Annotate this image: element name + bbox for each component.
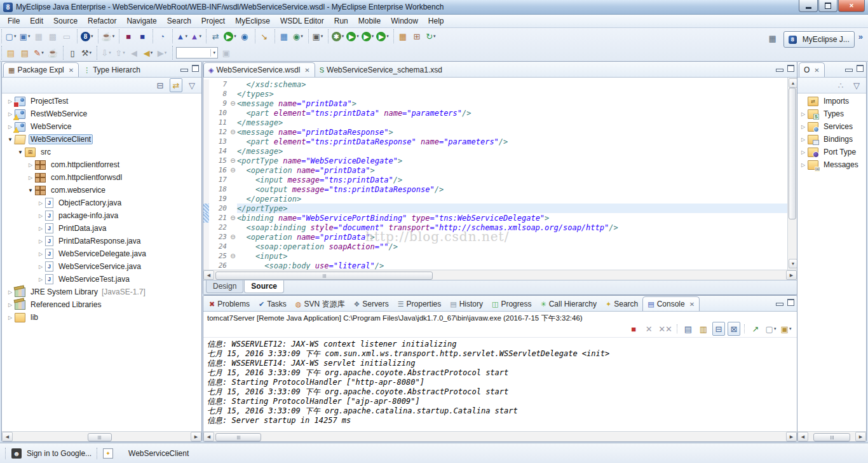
word-wrap-icon[interactable]: ⊟ [712, 322, 725, 336]
fold-collapse-icon[interactable]: ⊖ [229, 167, 237, 174]
tab-package-expl[interactable]: ▦Package Expl✕ [3, 62, 79, 77]
debug-icon[interactable]: ✱▾ [331, 29, 345, 43]
tab-svn[interactable]: ◍SVN 资源库 [291, 297, 349, 311]
deploy-module-icon[interactable]: ⇄ [209, 29, 222, 43]
run-server-icon[interactable]: ▶▾ [223, 29, 237, 43]
profile-icon[interactable]: ▶▾ [376, 29, 390, 43]
snapshot-icon[interactable]: ▣▾ [311, 29, 324, 43]
tree-arrow-icon[interactable]: ▷ [36, 213, 45, 219]
scroll-thumb[interactable] [813, 433, 850, 441]
web-browser-icon[interactable]: ◉ [238, 29, 251, 43]
remove-all-launches-icon[interactable]: ✕✕ [658, 322, 673, 336]
close-button[interactable]: ✕ [838, 0, 865, 12]
terminate-icon[interactable]: ■ [627, 322, 640, 336]
tab-search[interactable]: ✦Search [601, 297, 642, 311]
scroll-right-icon[interactable]: ▶ [786, 270, 797, 280]
code-line[interactable]: 12⊖<message name="printDataResponse"> [203, 127, 788, 137]
new-ear-icon[interactable]: ■ [136, 29, 149, 43]
tree-arrow-icon[interactable]: ▷ [36, 277, 45, 282]
tree-item[interactable]: ▷ObjectFactory.java [2, 197, 201, 209]
tab-design[interactable]: Design [206, 280, 243, 293]
tab-webserviceservice-schema1-xsd[interactable]: SWebServiceService_schema1.xsd [315, 63, 447, 77]
tree-item[interactable]: ▷Types [797, 107, 866, 120]
tree-arrow-icon[interactable]: ▷ [6, 302, 15, 308]
refresh-icon[interactable]: ↻▾ [424, 29, 437, 43]
code-line[interactable]: 16⊖ <operation name="printData"> [203, 165, 788, 175]
fold-collapse-icon[interactable]: ⊖ [229, 214, 237, 221]
menu-wsdl-editor[interactable]: WSDL Editor [275, 15, 329, 27]
menu-window[interactable]: Window [386, 15, 423, 27]
open-perspective-icon[interactable]: ▦ [766, 31, 779, 45]
minimize-button[interactable] [799, 0, 818, 12]
maximize-editor-icon[interactable] [787, 65, 794, 72]
new-web-project-icon[interactable]: ▲▾ [175, 29, 188, 43]
google-signin-label[interactable]: Sign in to Google... [27, 449, 92, 458]
tree-arrow-icon[interactable]: ▷ [6, 289, 15, 295]
scroll-left-icon[interactable]: ◀ [203, 270, 214, 280]
working-set-icon[interactable]: ✦ [103, 448, 113, 459]
browse-web-icon[interactable]: ◉▾ [292, 29, 304, 43]
dropdown-arrow-icon[interactable]: ▾ [109, 50, 111, 55]
code-line[interactable]: 21⊖<binding name="WebServicePortBinding"… [203, 213, 788, 223]
restore-button[interactable] [818, 0, 837, 12]
tree-item[interactable]: ▷RestWebService [2, 107, 201, 120]
tree-item[interactable]: ▷Messages [797, 158, 866, 171]
dropdown-arrow-icon[interactable]: ▾ [210, 49, 217, 57]
close-icon[interactable]: ✕ [689, 301, 695, 308]
tree-item[interactable]: ▷WebServiceDelegate.java [2, 247, 201, 260]
tree-arrow-icon[interactable]: ▼ [26, 188, 35, 193]
tab-call-hierarchy[interactable]: ✳Call Hierarchy [536, 297, 601, 311]
menu-mobile[interactable]: Mobile [353, 15, 386, 27]
junit-icon[interactable]: ⊞ [410, 29, 423, 43]
close-icon[interactable]: ✕ [69, 67, 74, 74]
tree-item[interactable]: ▼WebServiceClient [2, 133, 201, 146]
open-console-icon[interactable]: ▣▾ [780, 322, 792, 336]
code-line[interactable]: 19 </operation> [203, 194, 788, 204]
menu-project[interactable]: Project [196, 15, 230, 27]
editor-vscrollbar[interactable]: ▲ ▼ [787, 78, 797, 270]
new-web-service-icon[interactable]: ▦ [278, 29, 290, 43]
run-history-icon[interactable]: ▶▾ [361, 29, 375, 43]
collapse-all-icon[interactable]: ⊟ [154, 78, 166, 92]
fold-collapse-icon[interactable]: ⊖ [229, 100, 237, 107]
dropdown-arrow-icon[interactable]: ▾ [789, 326, 792, 331]
code-line[interactable]: 9⊖<message name="printData"> [203, 99, 788, 108]
view-menu-icon[interactable]: ▽ [186, 78, 198, 92]
back-icon[interactable]: ◀▾ [142, 46, 154, 60]
google-signin-icon[interactable]: ☻ [11, 448, 22, 459]
minimize-view-icon[interactable] [180, 69, 188, 72]
editor-hscrollbar[interactable]: ◀ ▶ [203, 270, 797, 280]
menu-navigate[interactable]: Navigate [121, 15, 161, 27]
mark-occurrences-icon[interactable]: ✎▾ [32, 46, 45, 60]
scroll-right-icon[interactable]: ▶ [786, 432, 797, 441]
scroll-thumb[interactable] [215, 272, 433, 280]
code-line[interactable]: 15⊖<portType name="WebServiceDelegate"> [203, 156, 788, 165]
tree-item[interactable]: ▷package-info.java [2, 209, 201, 222]
maximize-view-icon[interactable] [787, 299, 794, 306]
tree-arrow-icon[interactable]: ▷ [36, 238, 45, 244]
dropdown-arrow-icon[interactable]: ▾ [301, 34, 303, 39]
derby-database-icon[interactable]: 8▾ [80, 29, 94, 43]
tree-item[interactable]: ▷Referenced Libraries [2, 298, 201, 311]
dropdown-arrow-icon[interactable]: ▾ [151, 50, 153, 55]
tree-item[interactable]: ▼com.webservice [2, 184, 201, 197]
fold-collapse-icon[interactable]: ⊖ [229, 128, 237, 135]
menu-edit[interactable]: Edit [25, 15, 48, 27]
tree-item[interactable]: ▷Services [797, 120, 866, 133]
show-when-stderr-icon[interactable]: ▢▾ [764, 322, 777, 336]
package-explorer-hscrollbar[interactable]: ◀ ▶ [2, 431, 201, 441]
dropdown-arrow-icon[interactable]: ▾ [41, 50, 44, 55]
dropdown-arrow-icon[interactable]: ▾ [774, 326, 776, 331]
tree-item[interactable]: ▷JRE System Library[JavaSE-1.7] [2, 286, 201, 298]
new-project-icon[interactable]: ▣▾ [18, 29, 31, 43]
xdoclet-icon[interactable]: ◔ [156, 29, 168, 43]
dropdown-arrow-icon[interactable]: ▾ [123, 50, 125, 55]
menu-myeclipse[interactable]: MyEclipse [230, 15, 275, 27]
title-bar[interactable]: 8 MyEclipse Java Enterprise - WebService… [0, 0, 868, 15]
console-hscrollbar[interactable]: ◀ ▶ [203, 431, 797, 441]
toolbar-overflow-chevron[interactable]: » [858, 32, 863, 41]
new-ejb-icon[interactable]: ■ [122, 29, 135, 43]
code-line[interactable]: 8</types> [203, 89, 788, 99]
dropdown-arrow-icon[interactable]: ▾ [356, 34, 359, 39]
dropdown-arrow-icon[interactable]: ▾ [165, 50, 167, 55]
